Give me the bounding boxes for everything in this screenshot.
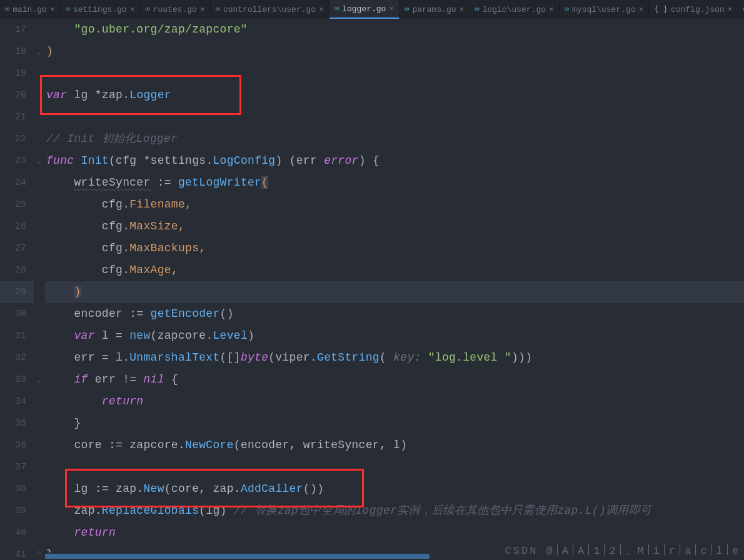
tab-label: params.go [412,5,456,14]
tab-config-json[interactable]: { } config.json × [649,0,738,19]
close-icon[interactable]: × [638,5,643,14]
code-line: writeSyncer := getLogWriter( [45,172,744,194]
go-icon: ∞ [145,5,149,14]
code-line: "go.uber.org/zap/zapcore" [45,19,744,41]
line-number: 26 [0,216,34,238]
code-line: core := zapcore.NewCore(encoder, writeSy… [45,434,744,456]
code-line [45,62,744,84]
close-icon[interactable]: × [130,5,135,14]
tab-label: logger.go [342,4,386,14]
json-icon: { } [654,5,668,14]
line-number: 33 [0,369,34,391]
code-line: // Init 初始化Logger [45,128,744,150]
code-line: cfg.MaxBackups, [45,238,744,259]
code-line: if err != nil { [45,369,744,391]
tab-sno[interactable]: ∞ sno [738,0,744,19]
line-number: 24 [0,172,34,194]
scrollbar-thumb[interactable] [45,554,430,559]
line-number: 38 [0,478,34,500]
tab-label: routes.go [153,5,197,14]
code-line: cfg.MaxAge, [45,259,744,281]
line-number: 22 [0,128,34,150]
tab-label: mysql\user.go [572,5,635,14]
go-icon: ∞ [475,5,479,14]
line-number: 36 [0,434,34,456]
tab-mysql-user-go[interactable]: ∞ mysql\user.go × [560,0,649,19]
tab-label: config.json [671,5,725,14]
line-number: 29 [0,281,34,303]
editor-tabs: ∞ main.go × ∞ settings.go × ∞ routes.go … [0,0,744,19]
line-number: 18 [0,41,34,62]
tab-label: controllers\user.go [223,5,316,14]
fold-marker[interactable]: ⌄ [34,41,45,62]
line-number: 19 [0,62,34,84]
code-line [45,456,744,478]
code-line: return [45,522,744,544]
tab-params-go[interactable]: ∞ params.go × [400,0,470,19]
line-number: 27 [0,238,34,259]
go-icon: ∞ [334,4,339,13]
go-icon: ∞ [216,5,220,14]
close-icon[interactable]: × [728,5,733,14]
tab-routes-go[interactable]: ∞ routes.go × [140,0,210,19]
tab-logger-go[interactable]: ∞ logger.go × [329,0,400,19]
code-line: var lg *zap.Logger [45,84,744,106]
line-number: 32 [0,347,34,369]
close-icon[interactable]: × [319,5,324,14]
fold-marker[interactable]: ⌃ [34,544,45,560]
line-number: 34 [0,391,34,412]
code-line: zap.ReplaceGlobals(lg) // 替换zap包中全局的logg… [45,500,744,522]
fold-marker[interactable]: ⌄ [34,369,45,391]
close-icon[interactable]: × [549,5,554,14]
tab-main-go[interactable]: ∞ main.go × [0,0,61,19]
code-line: } [45,412,744,434]
horizontal-scrollbar[interactable] [45,552,744,560]
code-editor[interactable]: 17 18 19 20 21 22 23 24 25 26 27 28 29 3… [0,19,744,560]
go-icon: ∞ [66,5,70,14]
line-number: 40 [0,522,34,544]
go-icon: ∞ [5,5,9,14]
close-icon[interactable]: × [50,5,55,14]
tab-settings-go[interactable]: ∞ settings.go × [61,0,141,19]
code-line: err = l.UnmarshalText([]byte(viper.GetSt… [45,347,744,369]
line-number: 21 [0,106,34,128]
line-number: 17 [0,19,34,41]
fold-column: ⌄ ⌄ ⌄ ⌃ [34,19,45,560]
tab-label: main.go [13,5,47,14]
line-number-gutter: 17 18 19 20 21 22 23 24 25 26 27 28 29 3… [0,19,34,560]
code-line: var l = new(zapcore.Level) [45,325,744,347]
close-icon[interactable]: × [460,5,465,14]
line-number: 35 [0,412,34,434]
close-icon[interactable]: × [389,4,394,14]
line-number: 20 [0,84,34,106]
tab-label: logic\user.go [483,5,546,14]
code-line: ) [45,41,744,62]
line-number: 39 [0,500,34,522]
line-number: 25 [0,194,34,216]
code-area[interactable]: "go.uber.org/zap/zapcore" ) var lg *zap.… [45,19,744,560]
go-icon: ∞ [405,5,409,14]
line-number: 31 [0,325,34,347]
code-line [45,106,744,128]
code-line: func Init(cfg *settings.LogConfig) (err … [45,150,744,172]
code-line: cfg.MaxSize, [45,216,744,238]
code-line: cfg.Filename, [45,194,744,216]
line-number: 23 [0,150,34,172]
tab-label: settings.go [73,5,127,14]
code-line: return [45,391,744,412]
line-number: 37 [0,456,34,478]
line-number: 30 [0,303,34,325]
tab-controllers-user-go[interactable]: ∞ controllers\user.go × [211,0,329,19]
tab-logic-user-go[interactable]: ∞ logic\user.go × [470,0,559,19]
close-icon[interactable]: × [200,5,205,14]
code-line: lg := zap.New(core, zap.AddCaller()) [45,478,744,500]
code-line: encoder := getEncoder() [45,303,744,325]
line-number: 41 [0,544,34,560]
line-number: 28 [0,259,34,281]
fold-marker[interactable]: ⌄ [34,150,45,172]
code-line: ) [45,281,744,303]
go-icon: ∞ [565,5,569,14]
